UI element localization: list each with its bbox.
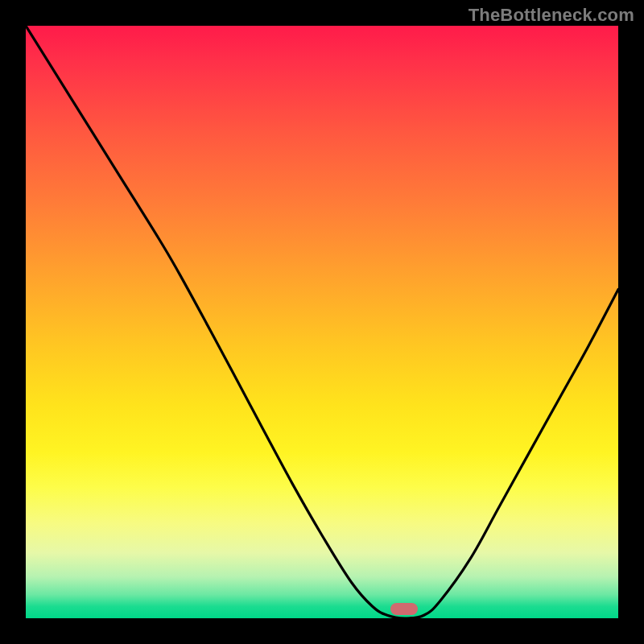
chart-frame: TheBottleneck.com — [0, 0, 644, 644]
bottleneck-curve — [26, 26, 618, 618]
minimum-marker — [390, 603, 418, 615]
plot-area — [26, 26, 618, 618]
watermark-text: TheBottleneck.com — [469, 5, 634, 26]
curve-svg — [26, 26, 618, 618]
